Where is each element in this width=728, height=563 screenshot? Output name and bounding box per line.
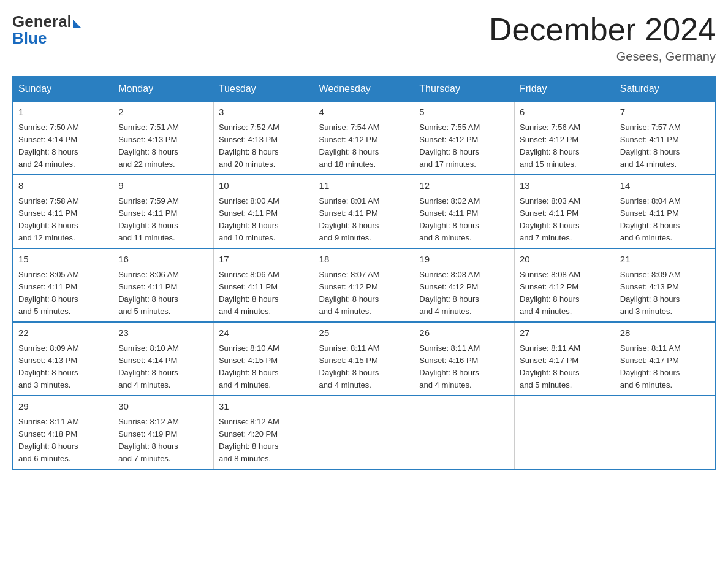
day-number: 18 [319,253,409,267]
day-info: Sunrise: 8:09 AMSunset: 4:13 PMDaylight:… [620,269,710,318]
day-number: 21 [620,253,710,267]
calendar-cell: 15Sunrise: 8:05 AMSunset: 4:11 PMDayligh… [13,248,113,322]
day-number: 29 [18,400,108,414]
day-number: 26 [419,326,509,340]
day-info: Sunrise: 8:11 AMSunset: 4:17 PMDaylight:… [620,342,710,392]
day-info: Sunrise: 8:07 AMSunset: 4:12 PMDaylight:… [319,269,409,318]
day-number: 28 [620,326,710,340]
day-number: 2 [118,105,208,120]
day-info: Sunrise: 7:54 AMSunset: 4:12 PMDaylight:… [319,121,409,171]
day-info: Sunrise: 8:11 AMSunset: 4:18 PMDaylight:… [18,416,108,465]
day-info: Sunrise: 7:59 AMSunset: 4:11 PMDaylight:… [118,195,208,245]
day-info: Sunrise: 8:11 AMSunset: 4:16 PMDaylight:… [419,342,509,392]
calendar-cell: 25Sunrise: 8:11 AMSunset: 4:15 PMDayligh… [314,322,414,396]
calendar-cell: 3Sunrise: 7:52 AMSunset: 4:13 PMDaylight… [213,101,314,175]
day-number: 5 [419,105,509,120]
day-info: Sunrise: 8:01 AMSunset: 4:11 PMDaylight:… [319,195,409,245]
calendar-cell [515,396,615,469]
calendar-cell [414,396,515,469]
calendar-cell: 29Sunrise: 8:11 AMSunset: 4:18 PMDayligh… [13,396,113,469]
day-number: 13 [520,179,610,193]
calendar-cell: 12Sunrise: 8:02 AMSunset: 4:11 PMDayligh… [414,175,515,248]
day-info: Sunrise: 7:52 AMSunset: 4:13 PMDaylight:… [219,121,309,171]
calendar-cell: 11Sunrise: 8:01 AMSunset: 4:11 PMDayligh… [314,175,414,248]
logo-arrow-icon [73,20,82,28]
day-number: 1 [18,105,108,120]
day-number: 23 [118,326,208,340]
calendar-cell: 27Sunrise: 8:11 AMSunset: 4:17 PMDayligh… [515,322,615,396]
day-info: Sunrise: 8:02 AMSunset: 4:11 PMDaylight:… [419,195,509,245]
day-number: 14 [620,179,710,193]
day-info: Sunrise: 7:58 AMSunset: 4:11 PMDaylight:… [18,195,108,245]
calendar-cell: 1Sunrise: 7:50 AMSunset: 4:14 PMDaylight… [13,101,113,175]
day-info: Sunrise: 8:06 AMSunset: 4:11 PMDaylight:… [118,269,208,318]
calendar-cell: 18Sunrise: 8:07 AMSunset: 4:12 PMDayligh… [314,248,414,322]
day-number: 7 [620,105,710,120]
day-info: Sunrise: 8:08 AMSunset: 4:12 PMDaylight:… [520,269,610,318]
header-tuesday: Tuesday [213,77,314,101]
title-section: December 2024 Gesees, Germany [489,12,716,64]
day-info: Sunrise: 8:10 AMSunset: 4:14 PMDaylight:… [118,342,208,392]
day-number: 4 [319,105,409,120]
day-number: 11 [319,179,409,193]
day-number: 22 [18,326,108,340]
calendar-cell: 2Sunrise: 7:51 AMSunset: 4:13 PMDaylight… [113,101,214,175]
day-number: 31 [219,400,309,414]
calendar-cell: 17Sunrise: 8:06 AMSunset: 4:11 PMDayligh… [213,248,314,322]
day-number: 16 [118,253,208,267]
calendar-cell [615,396,715,469]
day-number: 8 [18,179,108,193]
day-info: Sunrise: 8:06 AMSunset: 4:11 PMDaylight:… [219,269,309,318]
day-info: Sunrise: 8:11 AMSunset: 4:17 PMDaylight:… [520,342,610,392]
calendar-cell: 16Sunrise: 8:06 AMSunset: 4:11 PMDayligh… [113,248,214,322]
day-info: Sunrise: 7:56 AMSunset: 4:12 PMDaylight:… [520,121,610,171]
calendar-cell: 31Sunrise: 8:12 AMSunset: 4:20 PMDayligh… [213,396,314,469]
calendar-cell: 21Sunrise: 8:09 AMSunset: 4:13 PMDayligh… [615,248,715,322]
day-info: Sunrise: 7:50 AMSunset: 4:14 PMDaylight:… [18,121,108,171]
day-number: 17 [219,253,309,267]
calendar-cell: 20Sunrise: 8:08 AMSunset: 4:12 PMDayligh… [515,248,615,322]
logo-blue-text: Blue [12,29,47,48]
calendar-cell [314,396,414,469]
day-number: 24 [219,326,309,340]
header-thursday: Thursday [414,77,515,101]
header-friday: Friday [515,77,615,101]
day-number: 9 [118,179,208,193]
day-info: Sunrise: 7:57 AMSunset: 4:11 PMDaylight:… [620,121,710,171]
location-subtitle: Gesees, Germany [489,50,716,64]
calendar-cell: 30Sunrise: 8:12 AMSunset: 4:19 PMDayligh… [113,396,214,469]
day-number: 20 [520,253,610,267]
header-sunday: Sunday [13,77,113,101]
calendar-cell: 6Sunrise: 7:56 AMSunset: 4:12 PMDaylight… [515,101,615,175]
day-info: Sunrise: 8:12 AMSunset: 4:19 PMDaylight:… [118,416,208,465]
day-info: Sunrise: 8:09 AMSunset: 4:13 PMDaylight:… [18,342,108,392]
logo: General Blue [12,12,82,48]
day-info: Sunrise: 8:00 AMSunset: 4:11 PMDaylight:… [219,195,309,245]
calendar-cell: 8Sunrise: 7:58 AMSunset: 4:11 PMDaylight… [13,175,113,248]
day-number: 3 [219,105,309,120]
calendar-cell: 24Sunrise: 8:10 AMSunset: 4:15 PMDayligh… [213,322,314,396]
header-saturday: Saturday [615,77,715,101]
day-info: Sunrise: 7:51 AMSunset: 4:13 PMDaylight:… [118,121,208,171]
day-info: Sunrise: 8:04 AMSunset: 4:11 PMDaylight:… [620,195,710,245]
calendar-cell: 28Sunrise: 8:11 AMSunset: 4:17 PMDayligh… [615,322,715,396]
day-number: 6 [520,105,610,120]
day-number: 30 [118,400,208,414]
calendar-cell: 5Sunrise: 7:55 AMSunset: 4:12 PMDaylight… [414,101,515,175]
day-info: Sunrise: 8:11 AMSunset: 4:15 PMDaylight:… [319,342,409,392]
calendar-cell: 7Sunrise: 7:57 AMSunset: 4:11 PMDaylight… [615,101,715,175]
day-info: Sunrise: 8:12 AMSunset: 4:20 PMDaylight:… [219,416,309,465]
day-info: Sunrise: 8:10 AMSunset: 4:15 PMDaylight:… [219,342,309,392]
calendar-cell: 4Sunrise: 7:54 AMSunset: 4:12 PMDaylight… [314,101,414,175]
calendar-cell: 23Sunrise: 8:10 AMSunset: 4:14 PMDayligh… [113,322,214,396]
header-monday: Monday [113,77,214,101]
day-number: 19 [419,253,509,267]
calendar-cell: 22Sunrise: 8:09 AMSunset: 4:13 PMDayligh… [13,322,113,396]
calendar-cell: 14Sunrise: 8:04 AMSunset: 4:11 PMDayligh… [615,175,715,248]
calendar-cell: 26Sunrise: 8:11 AMSunset: 4:16 PMDayligh… [414,322,515,396]
calendar-cell: 19Sunrise: 8:08 AMSunset: 4:12 PMDayligh… [414,248,515,322]
calendar-cell: 10Sunrise: 8:00 AMSunset: 4:11 PMDayligh… [213,175,314,248]
day-number: 15 [18,253,108,267]
calendar-cell: 13Sunrise: 8:03 AMSunset: 4:11 PMDayligh… [515,175,615,248]
day-info: Sunrise: 7:55 AMSunset: 4:12 PMDaylight:… [419,121,509,171]
